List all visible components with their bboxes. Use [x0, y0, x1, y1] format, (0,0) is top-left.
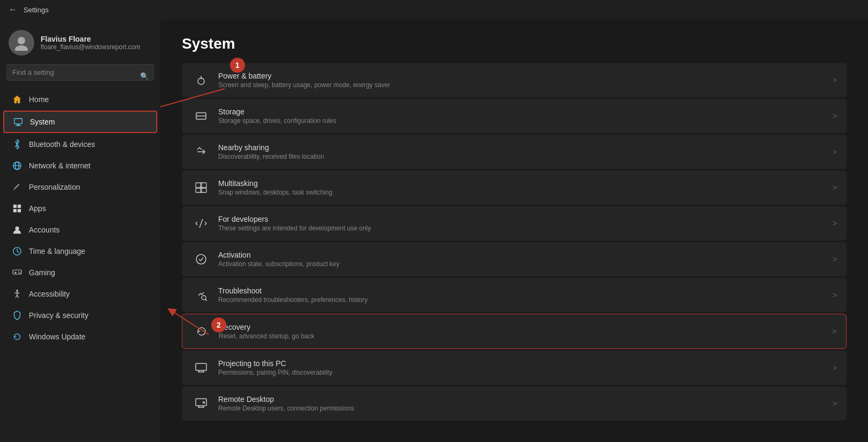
developers-arrow: >	[833, 219, 837, 228]
search-container: 🔍	[0, 64, 160, 87]
svg-line-33	[196, 222, 197, 223]
settings-list: Power & battery Screen and sleep, batter…	[182, 63, 847, 421]
nearby-title: Nearby sharing	[218, 143, 827, 152]
user-name: Flavius Floare	[41, 35, 140, 43]
troubleshoot-arrow: >	[833, 291, 837, 299]
nav-system[interactable]: System	[3, 111, 157, 133]
search-input[interactable]	[6, 64, 154, 81]
page-title: System	[182, 35, 847, 52]
settings-row-troubleshoot[interactable]: Troubleshoot Recommended troubleshooters…	[182, 278, 847, 312]
personalization-icon	[12, 182, 22, 192]
svg-line-35	[205, 222, 206, 223]
avatar	[9, 30, 34, 56]
user-info: Flavius Floare floare_flavius@windowsrep…	[41, 35, 140, 51]
nav-home-label: Home	[29, 95, 49, 104]
svg-point-39	[202, 296, 206, 300]
recovery-desc: Reset, advanced startup, go back	[219, 332, 827, 340]
developers-title: For developers	[218, 215, 827, 223]
titlebar: ← Settings	[0, 0, 868, 19]
svg-rect-11	[18, 209, 21, 212]
nav-accounts[interactable]: Accounts	[3, 220, 157, 240]
nav-system-label: System	[30, 118, 55, 126]
svg-line-40	[205, 299, 207, 301]
network-icon	[12, 160, 22, 171]
storage-arrow: >	[833, 112, 837, 120]
nav-network[interactable]: Network & internet	[3, 156, 157, 176]
recovery-text: Recovery Reset, advanced startup, go bac…	[219, 323, 827, 340]
nearby-arrow: >	[833, 148, 837, 156]
privacy-icon	[12, 310, 22, 321]
activation-icon	[191, 250, 211, 269]
developers-icon	[191, 214, 211, 233]
apps-icon	[12, 203, 22, 214]
projecting-arrow: >	[833, 363, 837, 372]
settings-row-recovery[interactable]: Recovery Reset, advanced startup, go bac…	[182, 314, 847, 349]
system-icon	[13, 117, 24, 127]
titlebar-title: Settings	[24, 6, 49, 14]
svg-rect-45	[196, 399, 206, 406]
power-arrow: >	[833, 76, 837, 84]
settings-row-power[interactable]: Power & battery Screen and sleep, batter…	[182, 63, 847, 97]
activation-desc: Activation state, subscriptions, product…	[218, 260, 827, 268]
power-text: Power & battery Screen and sleep, batter…	[218, 72, 827, 89]
nav-accessibility[interactable]: Accessibility	[3, 284, 157, 304]
nav-bluetooth[interactable]: Bluetooth & devices	[3, 134, 157, 154]
storage-desc: Storage space, drives, configuration rul…	[218, 117, 827, 125]
svg-rect-8	[13, 205, 17, 208]
nav-bluetooth-label: Bluetooth & devices	[29, 140, 95, 149]
power-title: Power & battery	[218, 72, 827, 80]
svg-rect-4	[16, 125, 21, 126]
multitasking-desc: Snap windows, desktops, task switching	[218, 189, 827, 196]
nav-personalization[interactable]: Personalization	[3, 177, 157, 197]
nav-home[interactable]: Home	[3, 89, 157, 110]
settings-row-nearby[interactable]: Nearby sharing Discoverability, received…	[182, 135, 847, 169]
nav-gaming[interactable]: Gaming	[3, 262, 157, 283]
recovery-title: Recovery	[219, 323, 827, 331]
svg-line-37	[199, 219, 203, 228]
developers-text: For developers These settings are intend…	[218, 215, 827, 232]
settings-row-remote[interactable]: Remote Desktop Remote Desktop users, con…	[182, 386, 847, 421]
nav-time[interactable]: Time & language	[3, 241, 157, 261]
time-icon	[12, 246, 22, 257]
svg-line-36	[205, 223, 206, 225]
svg-line-24	[17, 295, 19, 298]
accounts-icon	[12, 224, 22, 235]
projecting-text: Projecting to this PC Permissions, pairi…	[218, 359, 827, 376]
nav-accounts-label: Accounts	[29, 226, 60, 234]
activation-arrow: >	[833, 255, 837, 263]
svg-rect-41	[196, 363, 206, 370]
svg-rect-10	[13, 209, 17, 212]
back-button[interactable]: ←	[6, 3, 19, 16]
activation-title: Activation	[218, 251, 827, 259]
nav-privacy[interactable]: Privacy & security	[3, 305, 157, 325]
nav-network-label: Network & internet	[29, 161, 90, 170]
nearby-icon	[191, 142, 211, 161]
settings-row-developers[interactable]: For developers These settings are intend…	[182, 206, 847, 241]
power-icon	[191, 71, 211, 90]
svg-point-0	[18, 37, 25, 44]
nearby-text: Nearby sharing Discoverability, received…	[218, 143, 827, 160]
settings-row-activation[interactable]: Activation Activation state, subscriptio…	[182, 242, 847, 276]
nav-update[interactable]: Windows Update	[3, 327, 157, 347]
nav-personalization-label: Personalization	[29, 183, 80, 191]
settings-row-multitasking[interactable]: Multitasking Snap windows, desktops, tas…	[182, 170, 847, 205]
multitasking-title: Multitasking	[218, 179, 827, 188]
svg-point-18	[18, 272, 19, 273]
nav-accessibility-label: Accessibility	[29, 290, 70, 298]
storage-title: Storage	[218, 107, 827, 116]
projecting-title: Projecting to this PC	[218, 359, 827, 368]
gaming-icon	[12, 267, 22, 278]
remote-title: Remote Desktop	[218, 395, 827, 404]
settings-row-projecting[interactable]: Projecting to this PC Permissions, pairi…	[182, 351, 847, 385]
settings-row-storage[interactable]: Storage Storage space, drives, configura…	[182, 99, 847, 133]
nav-time-label: Time & language	[29, 247, 85, 255]
nearby-desc: Discoverability, received files location	[218, 153, 827, 160]
nav-apps-label: Apps	[29, 204, 46, 213]
nav-gaming-label: Gaming	[29, 268, 55, 277]
projecting-icon	[191, 358, 211, 377]
bluetooth-icon	[12, 139, 22, 150]
svg-point-38	[196, 254, 206, 264]
nav-privacy-label: Privacy & security	[29, 311, 88, 320]
nav-apps[interactable]: Apps	[3, 198, 157, 219]
svg-rect-3	[17, 125, 19, 126]
